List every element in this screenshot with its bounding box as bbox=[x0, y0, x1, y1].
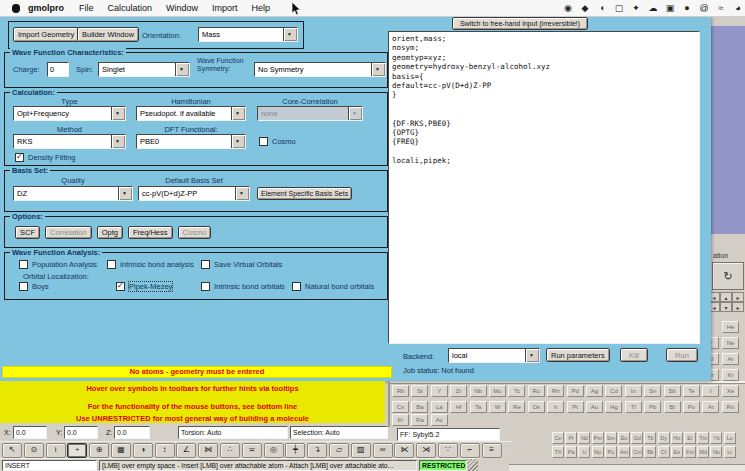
clamp-left-tool-icon[interactable]: ⋉ bbox=[394, 443, 414, 458]
element-ne[interactable]: Ne bbox=[722, 337, 739, 349]
element-specific-basis-button[interactable]: Element Specific Basis Sets bbox=[257, 187, 352, 200]
menu-gmolpro[interactable]: gmolpro bbox=[20, 3, 72, 13]
measure-tool-icon[interactable]: ┿ bbox=[285, 443, 305, 458]
element-es[interactable]: Es bbox=[671, 446, 683, 458]
element-ar[interactable]: Ar bbox=[722, 353, 739, 365]
insert-atom-tool-icon[interactable]: + bbox=[67, 443, 87, 458]
dropdown-arrow-icon[interactable] bbox=[175, 63, 189, 76]
wrench-tool-icon[interactable]: ⌐ bbox=[460, 443, 480, 458]
element-am[interactable]: Am bbox=[618, 446, 630, 458]
element-cf[interactable]: Cf bbox=[658, 446, 670, 458]
element-eu[interactable]: Eu bbox=[618, 432, 630, 444]
angle-tool-icon[interactable]: ∠ bbox=[176, 443, 196, 458]
builder-window-button[interactable]: Builder Window bbox=[77, 27, 139, 42]
element-au[interactable]: Au bbox=[586, 401, 603, 413]
selection-field[interactable]: Selection: Auto bbox=[290, 426, 388, 439]
menu-help[interactable]: Help bbox=[245, 3, 278, 13]
bond-stretch-tool-icon[interactable]: ↕ bbox=[155, 443, 175, 458]
dropdown-arrow-icon[interactable] bbox=[525, 349, 539, 362]
input-editor[interactable]: orient,mass; nosym; geomtyp=xyz; geometr… bbox=[388, 31, 700, 344]
hook-tool-icon[interactable]: ↴ bbox=[307, 443, 327, 458]
element-at[interactable]: At bbox=[702, 401, 719, 413]
element-bk[interactable]: Bk bbox=[644, 446, 656, 458]
leaf-icon[interactable]: ◆ bbox=[580, 3, 590, 13]
spin-select[interactable]: Singlet bbox=[98, 62, 190, 77]
element-ce[interactable]: Ce bbox=[552, 432, 564, 444]
wave-icon[interactable]: ≈ bbox=[716, 3, 726, 13]
clamp-right-tool-icon[interactable]: ⋊ bbox=[416, 443, 436, 458]
menu-window[interactable]: Window bbox=[159, 3, 205, 13]
element-th[interactable]: Th bbox=[552, 446, 564, 458]
element-fm[interactable]: Fm bbox=[684, 446, 696, 458]
element-ag[interactable]: Ag bbox=[586, 385, 603, 397]
mirror-tool-icon[interactable]: ≍ bbox=[242, 443, 262, 458]
element-u[interactable]: U bbox=[578, 446, 590, 458]
hand-icon[interactable]: ✦ bbox=[631, 3, 641, 13]
torsion-tool-icon[interactable]: ⋈ bbox=[198, 443, 218, 458]
element-la[interactable]: La bbox=[431, 401, 448, 413]
cloud-upload-icon[interactable]: ☁ bbox=[648, 3, 658, 13]
element-xe[interactable]: Xe bbox=[722, 385, 739, 397]
element-pr[interactable]: Pr bbox=[565, 432, 577, 444]
element-cm[interactable]: Cm bbox=[631, 446, 643, 458]
method-select[interactable]: RKS bbox=[13, 134, 126, 149]
element-nd[interactable]: Nd bbox=[578, 432, 590, 444]
element-tc[interactable]: Tc bbox=[508, 385, 525, 397]
element-kr[interactable]: Kr bbox=[722, 369, 739, 381]
element-rh[interactable]: Rh bbox=[547, 385, 564, 397]
rotation-tool-button[interactable]: ↻ bbox=[712, 262, 744, 290]
element-i[interactable]: I bbox=[702, 385, 719, 397]
element-pu[interactable]: Pu bbox=[605, 446, 617, 458]
element-no[interactable]: No bbox=[710, 446, 722, 458]
checkbox-box[interactable] bbox=[292, 282, 301, 291]
element-er[interactable]: Er bbox=[684, 432, 696, 444]
element-os[interactable]: Os bbox=[528, 401, 545, 413]
element-pb[interactable]: Pb bbox=[644, 401, 661, 413]
orientation-select[interactable]: Mass bbox=[198, 27, 298, 42]
element-sn[interactable]: Sn bbox=[644, 385, 661, 397]
torsion-field[interactable]: Torsion: Auto bbox=[178, 426, 288, 439]
menu-file[interactable]: File bbox=[72, 3, 101, 13]
element-hg[interactable]: Hg bbox=[605, 401, 622, 413]
element-re[interactable]: Re bbox=[508, 401, 525, 413]
dropdown-arrow-icon[interactable] bbox=[118, 187, 132, 200]
element-ho[interactable]: Ho bbox=[671, 432, 683, 444]
element-in[interactable]: In bbox=[625, 385, 642, 397]
type-select[interactable]: Opt+Frequency bbox=[13, 106, 126, 121]
checkbox-box[interactable] bbox=[15, 153, 24, 162]
charge-input[interactable] bbox=[47, 62, 69, 77]
pan-right-icon[interactable]: ▸ bbox=[732, 302, 744, 312]
element-sm[interactable]: Sm bbox=[605, 432, 617, 444]
z-input[interactable] bbox=[114, 426, 150, 439]
hamiltonian-select[interactable]: Pseudopot. if available bbox=[136, 106, 246, 121]
info-tool-icon[interactable]: i bbox=[46, 443, 66, 458]
dropdown-arrow-icon[interactable] bbox=[111, 107, 125, 120]
element-sr[interactable]: Sr bbox=[411, 385, 428, 397]
chain-tool-icon[interactable]: ∴ bbox=[220, 443, 240, 458]
element-pa[interactable]: Pa bbox=[565, 446, 577, 458]
element-yb[interactable]: Yb bbox=[710, 432, 722, 444]
element-nb[interactable]: Nb bbox=[470, 385, 487, 397]
element-he[interactable]: He bbox=[722, 321, 739, 333]
rotate-right-icon[interactable]: ▸ bbox=[732, 292, 744, 302]
element-po[interactable]: Po bbox=[683, 401, 700, 413]
checkbox-box[interactable] bbox=[19, 260, 28, 269]
fragment-tool-icon[interactable]: ∵ bbox=[438, 443, 458, 458]
volume-icon[interactable]: ◖ bbox=[597, 3, 607, 13]
checkbox-box[interactable] bbox=[201, 260, 210, 269]
resize-grip[interactable] bbox=[467, 459, 478, 471]
run-parameters-button[interactable]: Run parameters bbox=[546, 348, 610, 362]
dropdown-arrow-icon[interactable] bbox=[283, 28, 297, 41]
element-lu[interactable]: Lu bbox=[724, 432, 736, 444]
pointer-tool-icon[interactable]: ↖ bbox=[2, 443, 22, 458]
select-region-tool-icon[interactable]: ▦ bbox=[111, 443, 131, 458]
lines-tool-icon[interactable]: ≡ bbox=[482, 443, 502, 458]
display-icon[interactable]: ▢ bbox=[614, 3, 624, 13]
checkbox-box[interactable] bbox=[107, 260, 116, 269]
link-tool-icon[interactable]: ∞ bbox=[373, 443, 393, 458]
dropdown-arrow-icon[interactable] bbox=[371, 63, 385, 76]
circle-icon[interactable]: ◉ bbox=[563, 3, 573, 13]
ring-tool-icon[interactable]: ◎ bbox=[264, 443, 284, 458]
element-ru[interactable]: Ru bbox=[528, 385, 545, 397]
element-np[interactable]: Np bbox=[592, 446, 604, 458]
